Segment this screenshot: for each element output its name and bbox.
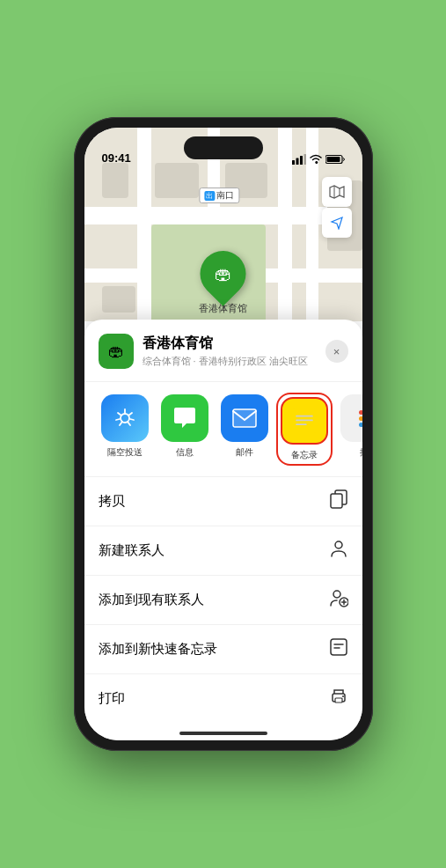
bottom-sheet: 🏟 香港体育馆 综合体育馆 · 香港特别行政区 油尖旺区 ×: [84, 320, 362, 740]
add-notes-label: 添加到新快速备忘录: [99, 641, 217, 658]
copy-icon: [329, 489, 348, 513]
new-contact-icon: [329, 539, 348, 563]
add-existing-icon: [329, 588, 348, 612]
close-button[interactable]: ×: [325, 340, 348, 363]
svg-rect-22: [331, 639, 347, 655]
mail-icon: [221, 394, 268, 442]
svg-point-27: [342, 695, 344, 697]
copy-label: 拷贝: [99, 493, 125, 510]
location-arrow-icon: [330, 216, 344, 230]
stadium-marker: 🏟 香港体育馆: [199, 251, 247, 315]
svg-point-18: [333, 591, 340, 598]
svg-rect-5: [326, 157, 340, 162]
messages-label: 信息: [176, 446, 194, 459]
share-notes[interactable]: 备忘录: [278, 394, 331, 464]
share-mail[interactable]: 邮件: [218, 394, 271, 464]
share-more[interactable]: 推: [338, 394, 362, 464]
location-button[interactable]: [322, 208, 352, 238]
map-controls: [322, 177, 352, 238]
more-label: 推: [360, 446, 362, 459]
action-list: 拷贝 新建联系人: [84, 477, 362, 723]
add-notes-icon: [329, 637, 348, 661]
svg-rect-0: [292, 160, 295, 165]
home-indicator: [179, 732, 267, 735]
status-time: 09:41: [102, 151, 131, 165]
action-add-notes[interactable]: 添加到新快速备忘录: [84, 625, 362, 674]
map-type-button[interactable]: [322, 177, 352, 207]
phone-frame: 09:41: [74, 117, 373, 751]
svg-point-17: [335, 541, 342, 548]
location-desc: 综合体育馆 · 香港特别行政区 油尖旺区: [143, 355, 325, 368]
location-name: 香港体育馆: [143, 335, 325, 353]
phone-screen: 09:41: [84, 128, 362, 740]
svg-rect-9: [233, 409, 256, 427]
battery-icon: [325, 154, 345, 165]
entrance-icon: 出: [204, 191, 215, 201]
svg-rect-2: [300, 156, 303, 165]
stadium-icon: 🏟: [215, 264, 232, 284]
action-add-existing[interactable]: 添加到现有联系人: [84, 576, 362, 625]
mail-label: 邮件: [236, 446, 253, 459]
dynamic-island: [184, 136, 263, 159]
marker-pin: 🏟: [191, 241, 256, 306]
status-icons: [292, 154, 345, 165]
notes-label: 备忘录: [291, 449, 318, 461]
more-icon: [340, 394, 362, 442]
action-print[interactable]: 打印: [84, 674, 362, 723]
wifi-icon: [310, 154, 322, 165]
location-info: 香港体育馆 综合体育馆 · 香港特别行政区 油尖旺区: [143, 335, 325, 368]
share-row: 隔空投送 信息: [84, 382, 362, 477]
print-icon: [329, 687, 348, 710]
svg-rect-26: [335, 698, 342, 702]
svg-rect-1: [296, 158, 298, 166]
airdrop-label: 隔空投送: [107, 446, 143, 459]
map-south-entrance-label: 出 南口: [199, 188, 239, 203]
notes-icon: [281, 397, 328, 445]
share-messages[interactable]: 信息: [158, 394, 211, 464]
signal-icon: [292, 154, 306, 165]
location-header: 🏟 香港体育馆 综合体育馆 · 香港特别行政区 油尖旺区 ×: [84, 334, 362, 382]
svg-rect-3: [303, 154, 306, 165]
messages-icon: [161, 394, 208, 442]
location-icon: 🏟: [99, 334, 134, 369]
action-copy[interactable]: 拷贝: [84, 477, 362, 526]
svg-rect-16: [331, 494, 342, 508]
action-new-contact[interactable]: 新建联系人: [84, 526, 362, 576]
airdrop-icon: [101, 394, 149, 442]
print-label: 打印: [99, 690, 125, 707]
share-airdrop[interactable]: 隔空投送: [99, 394, 151, 464]
add-existing-label: 添加到现有联系人: [99, 592, 204, 608]
new-contact-label: 新建联系人: [99, 542, 165, 559]
